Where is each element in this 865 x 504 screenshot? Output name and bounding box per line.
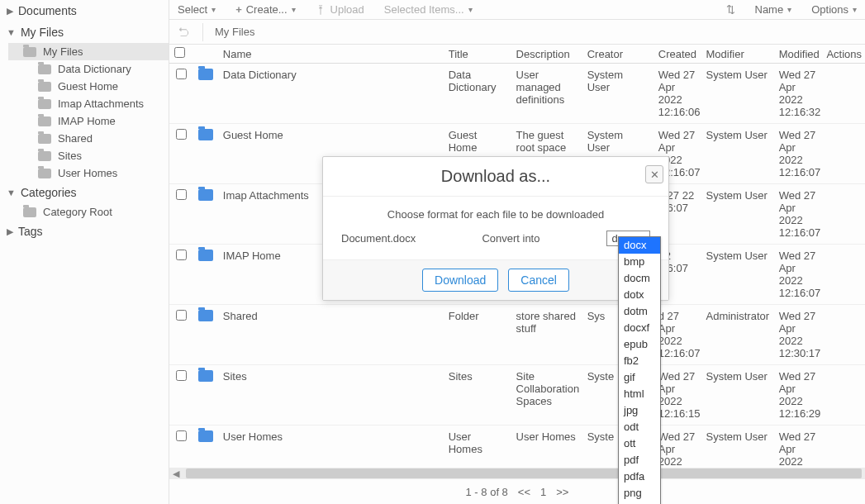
- cancel-button[interactable]: Cancel: [508, 269, 569, 292]
- format-option[interactable]: epub: [619, 336, 660, 353]
- format-option[interactable]: docx: [619, 237, 660, 254]
- format-option[interactable]: jpg: [619, 402, 660, 419]
- format-option[interactable]: pdfa: [619, 468, 660, 485]
- modal-title: Download as...: [441, 167, 550, 186]
- format-option[interactable]: png: [619, 485, 660, 502]
- modal-file-row: Document.docx Convert into docx: [341, 232, 650, 245]
- modal-footer: Download Cancel: [323, 259, 668, 300]
- format-option[interactable]: ott: [619, 435, 660, 452]
- download-as-modal: Download as... ✕ Choose format for each …: [322, 156, 669, 301]
- modal-hint: Choose format for each file to be downlo…: [341, 208, 650, 221]
- modal-filename: Document.docx: [341, 232, 416, 245]
- download-button[interactable]: Download: [422, 269, 498, 292]
- format-option[interactable]: docm: [619, 270, 660, 287]
- format-option[interactable]: pdf: [619, 452, 660, 468]
- modal-header: Download as... ✕: [323, 157, 668, 197]
- format-option[interactable]: dotm: [619, 303, 660, 320]
- modal-convert-label: Convert into: [482, 232, 539, 245]
- modal-close-button[interactable]: ✕: [645, 165, 663, 183]
- format-option[interactable]: dotx: [619, 287, 660, 303]
- close-icon: ✕: [650, 169, 659, 181]
- format-option[interactable]: odt: [619, 419, 660, 435]
- format-dropdown[interactable]: docxbmpdocmdotxdotmdocxfepubfb2gifhtmljp…: [618, 236, 661, 504]
- format-option[interactable]: gif: [619, 369, 660, 386]
- modal-body: Choose format for each file to be downlo…: [323, 197, 668, 259]
- format-option[interactable]: docxf: [619, 320, 660, 336]
- format-option[interactable]: fb2: [619, 353, 660, 369]
- format-option[interactable]: bmp: [619, 254, 660, 270]
- format-option[interactable]: html: [619, 386, 660, 402]
